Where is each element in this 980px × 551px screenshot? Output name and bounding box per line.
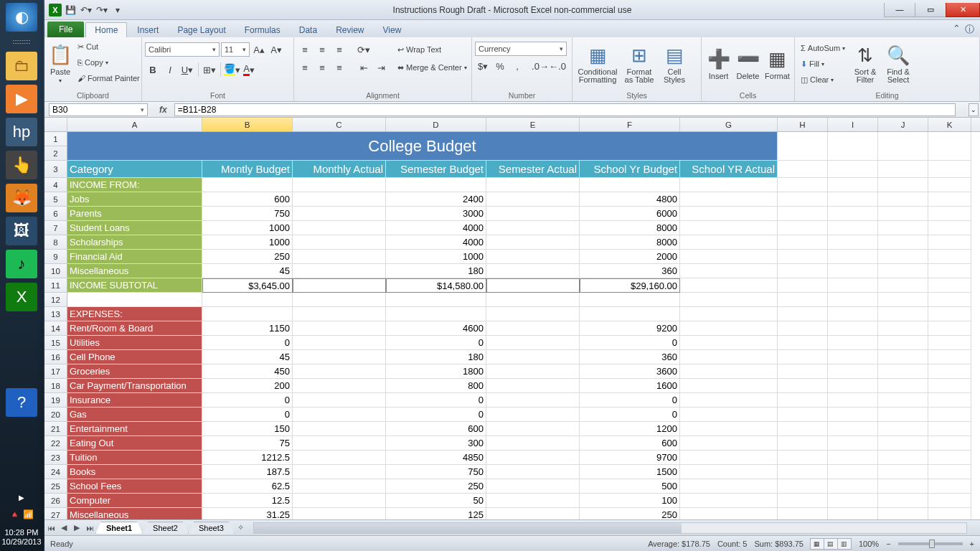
cell[interactable] bbox=[928, 379, 971, 393]
underline-button[interactable]: U▾ bbox=[179, 62, 195, 77]
tab-page-layout[interactable]: Page Layout bbox=[169, 23, 234, 37]
cell[interactable] bbox=[778, 508, 828, 519]
cell[interactable] bbox=[580, 293, 680, 307]
cell[interactable] bbox=[293, 207, 386, 221]
cell[interactable] bbox=[293, 178, 386, 192]
view-pagebreak-icon[interactable]: ▥ bbox=[837, 538, 852, 550]
cell[interactable]: 0 bbox=[202, 336, 293, 350]
cell[interactable] bbox=[486, 451, 580, 465]
cell[interactable] bbox=[828, 221, 878, 235]
cell[interactable] bbox=[828, 393, 878, 408]
cell[interactable] bbox=[778, 307, 828, 321]
cell[interactable] bbox=[828, 350, 878, 364]
cell[interactable]: 250 bbox=[580, 508, 680, 519]
row-header[interactable]: 20 bbox=[44, 408, 67, 422]
cell[interactable] bbox=[928, 207, 971, 221]
cell[interactable] bbox=[680, 379, 778, 393]
cell[interactable]: 800 bbox=[386, 379, 486, 393]
column-header[interactable]: B bbox=[202, 118, 293, 131]
cell[interactable] bbox=[680, 436, 778, 451]
cell[interactable] bbox=[778, 161, 828, 178]
cell[interactable] bbox=[293, 278, 386, 293]
delete-cells-button[interactable]: ➖Delete bbox=[734, 39, 762, 89]
cell[interactable] bbox=[680, 479, 778, 494]
cell[interactable]: INCOME FROM: bbox=[67, 178, 202, 192]
cell[interactable] bbox=[828, 494, 878, 508]
align-bottom-icon[interactable]: ≡ bbox=[331, 42, 347, 57]
row-header[interactable]: 17 bbox=[44, 364, 67, 379]
cell[interactable]: 600 bbox=[580, 436, 680, 451]
cell[interactable] bbox=[486, 207, 580, 221]
cell[interactable] bbox=[680, 350, 778, 364]
cell[interactable]: 250 bbox=[386, 479, 486, 494]
cell[interactable]: $3,645.00 bbox=[202, 278, 293, 293]
cell[interactable] bbox=[778, 278, 828, 293]
column-header[interactable]: D bbox=[386, 118, 486, 131]
zoom-slider[interactable] bbox=[898, 542, 963, 545]
undo-icon[interactable]: ↶▾ bbox=[79, 3, 93, 17]
cell[interactable] bbox=[486, 436, 580, 451]
cell[interactable]: 187.5 bbox=[202, 465, 293, 479]
cell[interactable]: Computer bbox=[67, 494, 202, 508]
cell[interactable] bbox=[878, 321, 928, 336]
cell[interactable] bbox=[828, 178, 878, 192]
fill-button[interactable]: ⬇Fill▾ bbox=[798, 56, 848, 72]
fx-icon[interactable]: fx bbox=[155, 105, 171, 115]
save-icon[interactable]: 💾 bbox=[63, 3, 77, 17]
conditional-formatting-button[interactable]: ▦Conditional Formatting bbox=[575, 39, 620, 89]
cell[interactable] bbox=[293, 264, 386, 278]
cell[interactable]: 1600 bbox=[580, 379, 680, 393]
cell[interactable] bbox=[928, 422, 971, 436]
cell[interactable]: 1150 bbox=[202, 321, 293, 336]
cell[interactable] bbox=[928, 451, 971, 465]
cell[interactable] bbox=[293, 321, 386, 336]
cell[interactable] bbox=[778, 336, 828, 350]
cell[interactable] bbox=[778, 364, 828, 379]
cell[interactable] bbox=[778, 250, 828, 264]
cell[interactable] bbox=[202, 293, 293, 307]
cell[interactable] bbox=[928, 293, 971, 307]
cell[interactable]: 600 bbox=[386, 422, 486, 436]
cell[interactable] bbox=[928, 364, 971, 379]
cell[interactable] bbox=[486, 278, 580, 293]
cell[interactable] bbox=[680, 307, 778, 321]
cell[interactable]: 9200 bbox=[580, 321, 680, 336]
comma-format-icon[interactable]: , bbox=[509, 58, 525, 74]
cell[interactable]: EXPENSES: bbox=[67, 307, 202, 321]
bold-button[interactable]: B bbox=[145, 62, 161, 77]
cell[interactable] bbox=[680, 192, 778, 207]
paste-button[interactable]: 📋Paste▾ bbox=[47, 39, 73, 89]
cell[interactable] bbox=[778, 192, 828, 207]
firefox-icon[interactable]: 🦊 bbox=[6, 184, 37, 212]
cell[interactable]: Entertainment bbox=[67, 422, 202, 436]
cell[interactable] bbox=[486, 293, 580, 307]
cell[interactable] bbox=[486, 494, 580, 508]
view-layout-icon[interactable]: ▤ bbox=[824, 538, 838, 550]
cell[interactable]: Financial Aid bbox=[67, 250, 202, 264]
cell[interactable] bbox=[828, 293, 878, 307]
cell[interactable] bbox=[293, 422, 386, 436]
cell[interactable] bbox=[928, 408, 971, 422]
cell[interactable]: 2000 bbox=[580, 250, 680, 264]
row-header[interactable]: 4 bbox=[44, 178, 67, 192]
autosum-button[interactable]: ΣAutoSum▾ bbox=[798, 40, 848, 56]
row-header[interactable]: 12 bbox=[44, 132, 67, 161]
italic-button[interactable]: I bbox=[162, 62, 178, 77]
select-all-corner[interactable] bbox=[44, 118, 67, 131]
cell[interactable] bbox=[878, 250, 928, 264]
cell[interactable] bbox=[828, 408, 878, 422]
cell[interactable] bbox=[293, 465, 386, 479]
cell[interactable]: Insurance bbox=[67, 393, 202, 408]
cell[interactable] bbox=[878, 479, 928, 494]
cell[interactable] bbox=[828, 307, 878, 321]
formula-expand-icon[interactable]: ⌄ bbox=[969, 103, 979, 116]
cell[interactable]: 4000 bbox=[386, 221, 486, 235]
cell[interactable] bbox=[486, 192, 580, 207]
row-header[interactable]: 15 bbox=[44, 336, 67, 350]
redo-icon[interactable]: ↷▾ bbox=[95, 3, 109, 17]
cell[interactable]: 600 bbox=[202, 192, 293, 207]
row-header[interactable]: 13 bbox=[44, 307, 67, 321]
zoom-in-icon[interactable]: + bbox=[970, 540, 974, 548]
cell[interactable] bbox=[680, 321, 778, 336]
horizontal-scrollbar[interactable] bbox=[253, 522, 967, 534]
